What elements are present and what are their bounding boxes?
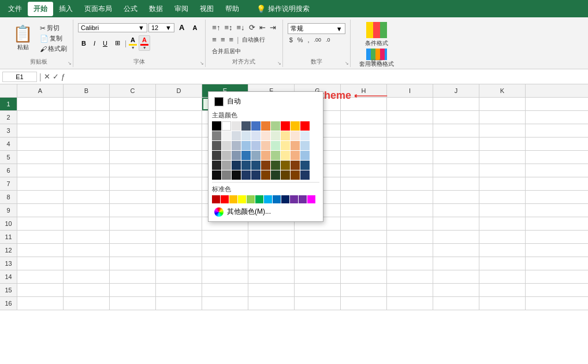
cell-B9[interactable] [64,204,110,217]
cell-J2[interactable] [433,111,479,124]
cell-B8[interactable] [64,191,110,203]
align-middle-button[interactable]: ≡↕ [222,22,234,33]
text-direction-button[interactable]: ⟳ [247,22,257,33]
row-number[interactable]: 7 [0,177,17,190]
theme-color-swatch[interactable] [291,170,300,180]
cell-D12[interactable] [156,244,202,257]
cell-J16[interactable] [433,297,479,310]
cell-B16[interactable] [64,297,110,310]
cell-D5[interactable] [156,151,202,164]
cell-A8[interactable] [17,191,64,203]
col-header-j[interactable]: J [433,84,479,97]
cell-A4[interactable] [17,138,64,150]
align-top-button[interactable]: ≡↑ [210,22,222,33]
cell-K4[interactable] [479,138,526,150]
cell-D1[interactable] [156,98,202,110]
cell-A9[interactable] [17,204,64,217]
align-bottom-button[interactable]: ≡↓ [235,22,247,33]
cell-H7[interactable] [341,177,387,190]
cell-K5[interactable] [479,151,526,164]
col-header-k[interactable]: K [479,84,526,97]
cell-H11[interactable] [341,231,387,243]
cell-J8[interactable] [433,191,479,203]
theme-color-swatch[interactable] [271,131,280,140]
cell-C9[interactable] [110,204,156,217]
cell-D13[interactable] [156,257,202,270]
cell-D9[interactable] [156,204,202,217]
theme-color-swatch[interactable] [212,131,221,140]
menu-data[interactable]: 数据 [143,2,169,16]
standard-color-swatch[interactable] [307,195,315,203]
cell-K7[interactable] [479,177,526,190]
cell-D8[interactable] [156,191,202,203]
theme-color-swatch[interactable] [261,131,270,140]
merge-center-button[interactable]: 合并后居中 [210,46,243,57]
outdent-button[interactable]: ⇥ [268,22,278,33]
theme-color-swatch[interactable] [300,121,310,131]
cell-H4[interactable] [341,138,387,150]
cell-K8[interactable] [479,191,526,203]
cell-J10[interactable] [433,217,479,230]
cell-K13[interactable] [479,257,526,270]
row-number[interactable]: 5 [0,151,17,164]
cell-K10[interactable] [479,217,526,230]
currency-button[interactable]: $ [288,35,295,44]
theme-color-swatch[interactable] [232,161,241,170]
theme-color-swatch[interactable] [251,131,260,140]
font-color-arrow[interactable]: ▼ [143,46,147,50]
cell-G12[interactable] [295,244,341,257]
menu-page-layout[interactable]: 页面布局 [79,2,118,16]
menu-view[interactable]: 视图 [194,2,219,16]
cell-I14[interactable] [387,270,433,283]
theme-color-swatch[interactable] [232,151,241,160]
theme-color-swatch[interactable] [300,170,310,180]
row-number[interactable]: 8 [0,191,17,203]
menu-formula[interactable]: 公式 [118,2,143,16]
cell-J15[interactable] [433,284,479,296]
cell-C15[interactable] [110,284,156,296]
font-size-select[interactable]: 12 ▼ [148,23,174,32]
cell-I13[interactable] [387,257,433,270]
cell-G11[interactable] [295,231,341,243]
cell-E15[interactable] [202,284,248,296]
cell-C7[interactable] [110,177,156,190]
theme-color-swatch[interactable] [251,151,260,160]
cell-I9[interactable] [387,204,433,217]
theme-color-swatch[interactable] [212,121,221,131]
cell-I1[interactable] [387,98,433,110]
row-number[interactable]: 10 [0,217,17,230]
cell-A11[interactable] [17,231,64,243]
cell-B7[interactable] [64,177,110,190]
theme-color-swatch[interactable] [271,161,280,170]
theme-color-swatch[interactable] [222,151,231,160]
theme-color-swatch[interactable] [281,151,290,160]
number-format-select[interactable]: 常规 ▼ [288,23,345,34]
cell-J9[interactable] [433,204,479,217]
cell-B12[interactable] [64,244,110,257]
cell-H8[interactable] [341,191,387,203]
fill-color-arrow[interactable]: ▼ [131,46,135,50]
search-placeholder[interactable]: 操作说明搜索 [268,4,310,14]
cell-J1[interactable] [433,98,479,110]
cell-J12[interactable] [433,244,479,257]
cell-C11[interactable] [110,231,156,243]
menu-home[interactable]: 开始 [28,2,53,16]
cell-A15[interactable] [17,284,64,296]
row-number[interactable]: 4 [0,138,17,150]
cell-D16[interactable] [156,297,202,310]
paste-button[interactable]: 📋 粘贴 [9,23,36,53]
decrease-decimal-button[interactable]: .0 [324,36,332,44]
cell-D10[interactable] [156,217,202,230]
col-header-i[interactable]: I [387,84,433,97]
theme-color-swatch[interactable] [222,161,231,170]
row-number[interactable]: 16 [0,297,17,310]
cut-button[interactable]: ✂ 剪切 [38,23,69,33]
theme-color-swatch[interactable] [232,121,241,131]
grow-font-button[interactable]: A [176,22,188,33]
theme-color-swatch[interactable] [271,141,280,150]
cell-I16[interactable] [387,297,433,310]
cell-E16[interactable] [202,297,248,310]
cell-C16[interactable] [110,297,156,310]
theme-color-swatch[interactable] [291,131,300,140]
theme-color-swatch[interactable] [241,151,251,160]
